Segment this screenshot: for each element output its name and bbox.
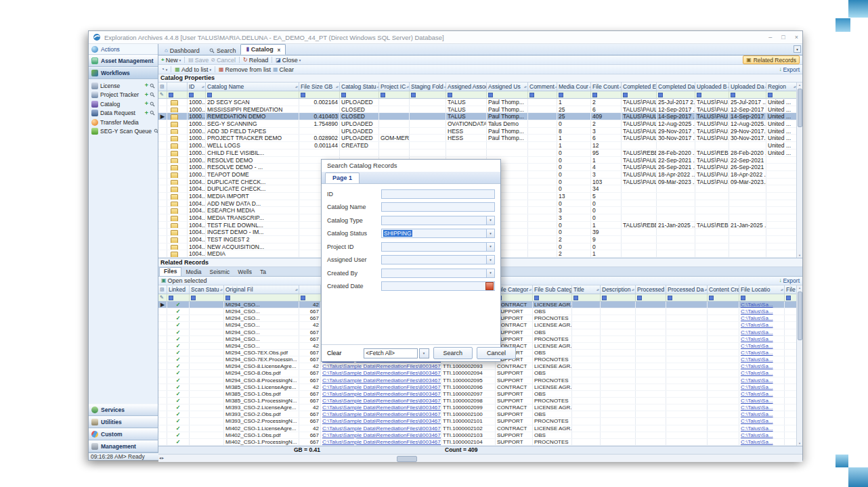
column-header[interactable]: Assigned Us▴▾ xyxy=(487,83,528,91)
catalog-cell[interactable] xyxy=(167,157,188,164)
file-cell[interactable]: C:\Talus\Sa... xyxy=(739,370,785,376)
grid-options-icon[interactable]: ▨ xyxy=(160,287,165,292)
catalog-cell[interactable] xyxy=(167,99,188,106)
catalog-cell[interactable] xyxy=(766,222,798,229)
catalog-cell[interactable] xyxy=(528,193,557,200)
sort-filter-icons[interactable]: ▴▾ xyxy=(596,287,599,292)
catalog-cell[interactable]: 30-Nov-2017 ... xyxy=(657,135,695,141)
catalog-cell[interactable]: REMEDIATION DEMO xyxy=(206,113,299,120)
catalog-cell[interactable] xyxy=(657,142,695,149)
catalog-cell[interactable]: 1000... xyxy=(188,128,206,135)
file-cell[interactable] xyxy=(190,315,224,321)
filter-icon[interactable] xyxy=(301,93,305,97)
catalog-cell[interactable]: Paul Thomp... xyxy=(487,106,528,113)
file-cell[interactable]: LICENSE AGR... xyxy=(533,425,572,432)
file-row[interactable]: ✓MI385_CSO-1.Obs.pdf667C:\Talus\Sample D… xyxy=(158,391,802,398)
sort-filter-icons[interactable]: ▴▾ xyxy=(529,287,531,292)
file-cell[interactable] xyxy=(636,439,666,445)
catalog-cell[interactable]: Paul Thomp... xyxy=(487,135,528,141)
close-record-button[interactable]: ◪ Close▾ xyxy=(276,57,301,64)
file-cell[interactable] xyxy=(190,411,224,417)
filter-icon[interactable] xyxy=(169,296,173,300)
catalog-cell[interactable]: UPLOADED xyxy=(340,128,379,135)
catalog-cell[interactable] xyxy=(158,229,167,235)
catalog-cell[interactable] xyxy=(158,207,167,214)
catalog-cell[interactable] xyxy=(766,200,798,207)
filter-icon[interactable] xyxy=(191,296,196,300)
sidebar-item-transfer-media[interactable]: Transfer Media xyxy=(89,118,158,127)
file-cell[interactable]: MI402_CSO-1.ProcessingN... xyxy=(224,439,299,445)
catalog-cell[interactable] xyxy=(528,185,557,192)
catalog-cell[interactable]: 30-Nov-2017... xyxy=(729,135,766,141)
catalog-cell[interactable]: 6 xyxy=(591,106,622,113)
linked-check-icon[interactable]: ✓ xyxy=(167,432,190,438)
catalog-row[interactable]: 1000...2D SEGY SCAN0.002164UPLOADEDTALUS… xyxy=(158,99,802,106)
catalog-cell[interactable]: OVATIONDATA... xyxy=(446,120,487,127)
catalog-cell[interactable]: United ... xyxy=(766,149,798,156)
new-button[interactable]: + New▾ xyxy=(161,57,181,64)
filter-cell[interactable] xyxy=(708,294,739,302)
scroll-down-icon[interactable]: ▼ xyxy=(797,441,802,446)
catalog-cell[interactable] xyxy=(657,244,695,250)
catalog-cell[interactable] xyxy=(158,149,167,156)
filter-cell[interactable] xyxy=(379,91,410,99)
catalog-cell[interactable] xyxy=(158,222,167,229)
file-cell[interactable]: 667 xyxy=(299,336,321,342)
catalog-cell[interactable] xyxy=(410,128,446,135)
sidebar-item-project-tracker[interactable]: Project Tracker + xyxy=(89,91,158,100)
catalog-cell[interactable]: 1000... xyxy=(188,99,206,106)
file-cell[interactable] xyxy=(666,329,708,335)
search-icon[interactable] xyxy=(154,129,158,134)
catalog-cell[interactable]: MEDIA IMPORT xyxy=(206,193,299,200)
file-cell[interactable] xyxy=(572,308,601,315)
catalog-cell[interactable]: 25-Jul-2017 2... xyxy=(657,99,695,106)
dialog-tab-page1[interactable]: Page 1 xyxy=(325,172,360,183)
chevron-down-icon[interactable]: ▼ xyxy=(486,229,494,237)
file-cell[interactable]: PROCNOTES xyxy=(533,356,572,363)
catalog-cell[interactable]: 2 xyxy=(557,250,591,257)
catalog-cell[interactable] xyxy=(695,229,729,235)
filter-cell[interactable] xyxy=(572,294,601,302)
catalog-cell[interactable]: 1004... xyxy=(188,250,206,257)
open-selected-button[interactable]: ▣ Open selected xyxy=(161,277,207,284)
column-header[interactable]: ▨ xyxy=(158,83,167,91)
catalog-cell[interactable]: 1000... xyxy=(188,135,206,141)
file-cell[interactable]: C:\Talus\Sample Data\RemediationFiles\80… xyxy=(321,377,441,384)
column-header[interactable]: Description▴▾ xyxy=(601,285,636,294)
column-header[interactable] xyxy=(167,83,188,91)
catalog-cell[interactable]: 12-Aug-2025 ... xyxy=(657,120,695,127)
chevron-down-icon[interactable]: ▾ xyxy=(209,68,211,72)
file-cell[interactable]: 667 xyxy=(299,432,321,438)
catalog-cell[interactable] xyxy=(528,171,557,178)
file-cell[interactable] xyxy=(666,404,708,411)
sidebar-section-custom[interactable]: Custom xyxy=(89,428,158,440)
sidebar-item-actions[interactable]: Actions xyxy=(89,44,158,55)
file-cell[interactable]: PROCNOTES xyxy=(533,439,572,445)
filter-icon[interactable] xyxy=(529,93,534,97)
file-cell[interactable] xyxy=(601,363,636,369)
catalog-cell[interactable]: 3 xyxy=(591,128,622,135)
file-cell[interactable] xyxy=(158,432,167,438)
file-cell[interactable] xyxy=(572,418,601,424)
file-cell[interactable] xyxy=(636,411,666,417)
linked-check-icon[interactable]: ✓ xyxy=(167,356,190,363)
file-cell[interactable] xyxy=(636,336,666,342)
file-cell[interactable]: OBS xyxy=(533,350,572,356)
filter-cell[interactable] xyxy=(666,294,708,302)
catalog-cell[interactable]: TALUS\PAUL... xyxy=(622,157,657,164)
file-cell[interactable] xyxy=(636,356,666,363)
catalog-cell[interactable] xyxy=(622,214,657,221)
file-cell[interactable] xyxy=(190,329,224,335)
files-vertical-scrollbar[interactable]: ▲ ▼ xyxy=(796,285,802,446)
catalog-cell[interactable]: 0 xyxy=(591,207,622,214)
file-cell[interactable] xyxy=(158,425,167,432)
catalog-cell[interactable] xyxy=(299,106,340,113)
catalog-cell[interactable]: 39 xyxy=(591,229,622,235)
catalog-cell[interactable] xyxy=(410,106,446,113)
catalog-cell[interactable] xyxy=(379,120,410,127)
catalog-cell[interactable]: TALUS\PAU... xyxy=(695,99,729,106)
catalog-cell[interactable] xyxy=(657,193,695,200)
catalog-cell[interactable] xyxy=(528,128,557,135)
chevron-down-icon[interactable]: ▼ xyxy=(486,269,494,277)
file-cell[interactable]: CONTRACT xyxy=(496,363,533,369)
